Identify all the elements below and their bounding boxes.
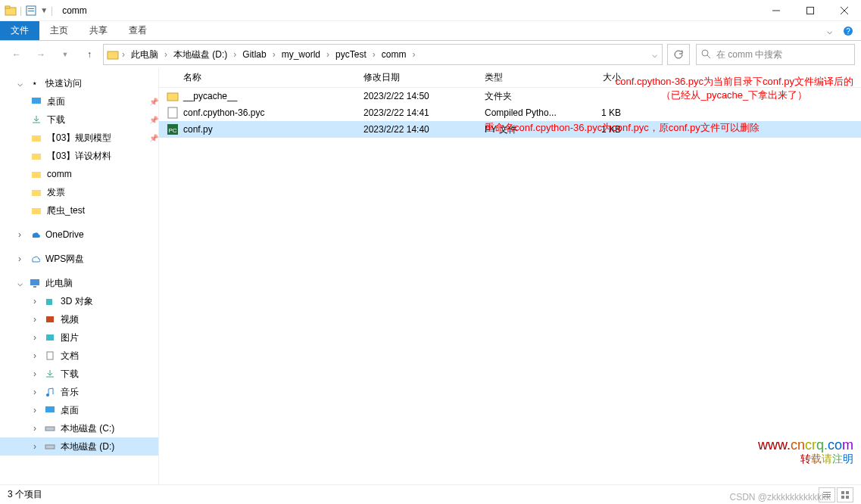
sidebar-downloads2[interactable]: ›下载	[0, 365, 158, 383]
back-button[interactable]: ←	[6, 44, 27, 65]
search-input[interactable]: 在 comm 中搜索	[696, 44, 855, 65]
svg-rect-11	[108, 51, 118, 59]
expand-icon[interactable]: ›	[15, 229, 24, 240]
col-type[interactable]: 类型	[485, 71, 576, 84]
sidebar-thispc[interactable]: ⌵此电脑	[0, 274, 158, 292]
expand-icon[interactable]: ›	[30, 332, 39, 343]
sidebar-pictures[interactable]: ›图片	[0, 328, 158, 347]
sidebar-video[interactable]: ›视频	[0, 310, 158, 328]
svg-line-13	[707, 55, 710, 58]
up-button[interactable]: ↑	[79, 44, 100, 65]
folder-icon	[30, 132, 42, 144]
sidebar-rulemodel[interactable]: 【03】规则模型📌	[0, 129, 158, 147]
sidebar-documents[interactable]: ›文档	[0, 347, 158, 365]
file-date: 2023/2/22 14:41	[363, 107, 485, 118]
crumb-5[interactable]: comm	[379, 49, 410, 60]
forward-button[interactable]: →	[30, 44, 51, 65]
folder-icon	[30, 150, 42, 162]
expand-icon[interactable]: ›	[30, 296, 39, 306]
sidebar-desktop[interactable]: 桌面📌	[0, 92, 158, 110]
svg-rect-24	[46, 334, 54, 341]
sidebar-designmat[interactable]: 【03】详设材料	[0, 147, 158, 165]
maximize-button[interactable]	[793, 0, 827, 21]
desktop-icon	[30, 95, 42, 107]
svg-rect-39	[841, 496, 844, 499]
breadcrumb[interactable]: › 此电脑› 本地磁盘 (D:)› Gitlab› my_world› pycT…	[103, 44, 663, 65]
svg-rect-15	[32, 135, 41, 142]
expand-icon[interactable]: ⌵	[15, 78, 24, 89]
svg-rect-23	[46, 316, 54, 322]
svg-rect-27	[45, 406, 55, 412]
tab-home[interactable]: 主页	[39, 24, 79, 37]
col-size[interactable]: 大小	[576, 71, 621, 84]
pyc-icon	[167, 107, 179, 119]
sidebar-wps[interactable]: ›WPS网盘	[0, 250, 158, 268]
folder-icon	[30, 204, 42, 216]
sidebar-music[interactable]: ›音乐	[0, 383, 158, 401]
minimize-button[interactable]	[759, 0, 793, 21]
ribbon-expand-icon[interactable]: ⌵	[827, 26, 832, 36]
svg-rect-3	[28, 8, 34, 9]
icons-view-button[interactable]	[837, 487, 853, 502]
expand-icon[interactable]: ›	[15, 254, 24, 264]
svg-rect-19	[32, 208, 41, 214]
sidebar-desktop2[interactable]: ›桌面	[0, 401, 158, 419]
close-button[interactable]	[827, 0, 861, 21]
tab-file[interactable]: 文件	[0, 21, 39, 40]
sidebar-quick-access[interactable]: ⌵⋆快速访问	[0, 74, 158, 92]
svg-rect-14	[32, 98, 41, 104]
svg-text:PC: PC	[168, 127, 176, 134]
expand-icon[interactable]: ›	[30, 387, 39, 397]
svg-rect-21	[33, 286, 36, 288]
csdn-watermark: CSDN @zkkkkkkkkkkkkk	[729, 492, 831, 502]
svg-rect-40	[846, 496, 849, 499]
chevron-right-icon[interactable]: ›	[271, 49, 277, 60]
chevron-right-icon[interactable]: ›	[325, 49, 331, 60]
expand-icon[interactable]: ›	[30, 423, 39, 434]
sidebar-spider[interactable]: 爬虫_test	[0, 201, 158, 219]
svg-rect-30	[167, 93, 178, 101]
tab-view[interactable]: 查看	[118, 24, 158, 37]
sidebar-diskc[interactable]: ›本地磁盘 (C:)	[0, 419, 158, 437]
desktop-icon	[44, 404, 56, 416]
file-list: 名称 修改日期 类型 大小 __pycache__ 2023/2/22 14:5…	[159, 68, 861, 484]
sidebar-diskd[interactable]: ›本地磁盘 (D:)	[0, 437, 158, 456]
chevron-right-icon[interactable]: ›	[371, 49, 377, 60]
expand-icon[interactable]: ›	[30, 350, 39, 361]
chevron-right-icon[interactable]: ›	[410, 49, 416, 60]
crumb-1[interactable]: 本地磁盘 (D:)	[170, 48, 230, 61]
expand-icon[interactable]: ›	[30, 369, 39, 379]
crumb-4[interactable]: pycTest	[332, 49, 370, 60]
recent-dropdown-icon[interactable]: ▼	[55, 44, 76, 65]
col-name[interactable]: 名称	[167, 71, 363, 84]
history-dropdown-icon[interactable]: ⌵	[650, 49, 659, 60]
crumb-2[interactable]: Gitlab	[239, 49, 269, 60]
file-size: 1 KB	[576, 107, 621, 118]
refresh-button[interactable]	[667, 44, 690, 65]
svg-rect-31	[168, 107, 177, 118]
cube-icon	[44, 295, 56, 307]
tab-share[interactable]: 共享	[79, 24, 118, 37]
sidebar-onedrive[interactable]: ›OneDrive	[0, 226, 158, 244]
help-icon[interactable]: ?	[843, 26, 853, 36]
chevron-right-icon[interactable]: ›	[120, 49, 126, 60]
crumb-0[interactable]: 此电脑	[128, 48, 161, 61]
properties-icon[interactable]	[25, 5, 37, 17]
nav-row: ← → ▼ ↑ › 此电脑› 本地磁盘 (D:)› Gitlab› my_wor…	[0, 41, 861, 68]
file-row[interactable]: conf.cpython-36.pyc 2023/2/22 14:41 Comp…	[159, 104, 861, 121]
crumb-3[interactable]: my_world	[279, 49, 323, 60]
sidebar-3d[interactable]: ›3D 对象	[0, 292, 158, 310]
chevron-right-icon[interactable]: ›	[232, 49, 238, 60]
expand-icon[interactable]: ⌵	[15, 278, 24, 288]
sidebar-comm[interactable]: comm	[0, 165, 158, 183]
col-date[interactable]: 修改日期	[363, 71, 485, 84]
annotation-2: 重命名conf.cpython-36.pyc为conf.pyc，原conf.py…	[485, 121, 760, 135]
chevron-right-icon[interactable]: ›	[163, 49, 169, 60]
expand-icon[interactable]: ›	[30, 441, 39, 452]
file-name: conf.py	[183, 124, 213, 135]
expand-icon[interactable]: ›	[30, 405, 39, 415]
sidebar-invoice[interactable]: 发票	[0, 183, 158, 201]
expand-icon[interactable]: ›	[30, 314, 39, 325]
sidebar-downloads[interactable]: 下载📌	[0, 110, 158, 129]
qat-dropdown-icon[interactable]: ▼	[40, 6, 48, 14]
